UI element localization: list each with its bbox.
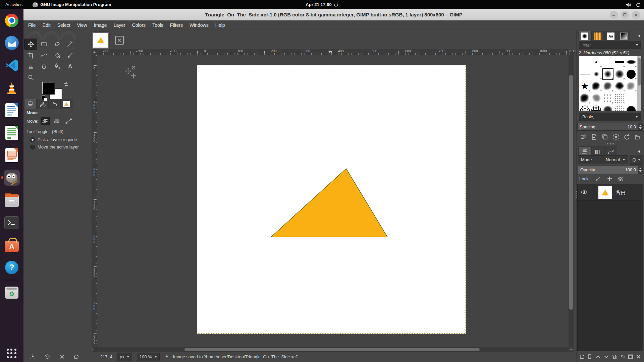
brush-cell-texture3[interactable] <box>625 104 637 111</box>
dock-item-files[interactable] <box>4 192 20 208</box>
dock-item-vscode[interactable] <box>4 57 20 73</box>
reset-tool-icon[interactable] <box>73 354 79 360</box>
collapse-brushes-button[interactable] <box>636 33 642 39</box>
brush-cell-texture2[interactable] <box>614 104 626 111</box>
delete-preset-icon[interactable] <box>59 354 65 360</box>
vertical-scrollbar[interactable] <box>569 55 574 347</box>
tool-zoom[interactable] <box>24 72 37 83</box>
lock-position-icon[interactable] <box>607 176 612 181</box>
tool-fuzzy-select[interactable] <box>63 39 76 50</box>
duplicate-layer-icon[interactable] <box>611 354 617 360</box>
dock-item-libreoffice-impress[interactable] <box>4 147 20 163</box>
move-path-button[interactable] <box>64 117 73 125</box>
menu-layer[interactable]: Layer <box>110 20 129 30</box>
dock-item-thunderbird[interactable] <box>4 35 20 51</box>
menu-windows[interactable]: Windows <box>186 20 212 30</box>
brush-cell-star[interactable]: ★ <box>579 80 591 92</box>
brush-cell-hardness075[interactable] <box>614 68 626 80</box>
brush-cell-confetti2[interactable] <box>614 92 626 104</box>
menu-help[interactable]: Help <box>212 20 228 30</box>
brush-cell-line[interactable] <box>579 68 591 80</box>
menu-select[interactable]: Select <box>54 20 74 30</box>
dock-item-ubuntu-software[interactable]: A <box>4 237 20 253</box>
opacity-slider[interactable]: Opacity 100.0 <box>578 166 643 174</box>
horizontal-ruler[interactable]: -300 -200 -100 0 100 200 300 400 500 600… <box>97 49 574 55</box>
brush-filter-field[interactable] <box>579 41 641 49</box>
tool-smudge[interactable] <box>37 61 50 72</box>
focused-app-menu[interactable]: GNU Image Manipulation Program <box>33 2 111 7</box>
delete-brush-icon[interactable] <box>613 134 619 140</box>
brush-category-dropdown[interactable]: Basic, <box>579 113 641 121</box>
brush-cell-hardness050-selected[interactable] <box>602 68 614 80</box>
tab-patterns[interactable] <box>591 31 604 41</box>
swap-colors-icon[interactable] <box>63 81 69 87</box>
tab-brushes[interactable] <box>578 31 591 41</box>
dock-item-gimp[interactable] <box>4 170 20 186</box>
new-layer-group-icon[interactable] <box>587 354 593 360</box>
brush-cell-cell01[interactable] <box>579 104 591 111</box>
tab-image-thumbnail[interactable] <box>60 99 72 109</box>
new-brush-icon[interactable] <box>591 134 597 140</box>
dock-item-help[interactable]: ? <box>4 259 20 276</box>
tool-crop[interactable] <box>24 50 37 61</box>
canvas-viewport[interactable] <box>97 55 569 347</box>
open-brush-icon[interactable] <box>634 134 641 140</box>
opacity-spinner[interactable] <box>638 166 643 174</box>
brush-cell-acrylic1[interactable] <box>591 80 602 92</box>
right-panel-grip[interactable] <box>575 190 577 199</box>
move-layer-button[interactable] <box>41 117 50 125</box>
brush-cell-acrylic2[interactable] <box>602 80 614 92</box>
menu-image[interactable]: Image <box>91 20 110 30</box>
tab-tool-options[interactable] <box>24 99 36 109</box>
ruler-corner-button[interactable] <box>92 49 97 55</box>
brush-cell-ellipse[interactable] <box>625 56 637 68</box>
unit-dropdown[interactable]: px <box>117 353 132 361</box>
dock-item-vlc[interactable] <box>4 80 20 96</box>
radio-move-active-layer[interactable]: Move the active layer <box>30 144 79 149</box>
vertical-scrollbar-thumb[interactable] <box>569 75 573 310</box>
show-applications-button[interactable] <box>7 349 17 359</box>
tool-text[interactable]: A <box>63 61 76 72</box>
brush-cell-hardness025[interactable] <box>591 68 602 80</box>
menu-tools[interactable]: Tools <box>149 20 167 30</box>
move-selection-button[interactable] <box>52 117 62 125</box>
menu-file[interactable]: File <box>25 20 39 30</box>
foreground-color-swatch[interactable] <box>42 82 54 94</box>
layer-row[interactable]: 背景 <box>578 184 643 201</box>
merge-layer-icon[interactable] <box>620 354 625 360</box>
delete-layer-icon[interactable] <box>636 354 641 360</box>
image-canvas[interactable] <box>197 65 466 334</box>
brush-cell-pixel[interactable] <box>591 56 602 68</box>
lock-pixels-icon[interactable] <box>595 176 601 181</box>
brush-scrollbar-thumb[interactable] <box>638 58 641 85</box>
clock-menu[interactable]: Apr 21 17:00 <box>306 2 338 7</box>
menu-filters[interactable]: Filters <box>167 20 186 30</box>
dashboard-tab-icon[interactable] <box>115 36 124 45</box>
brush-cell[interactable] <box>579 56 591 68</box>
lock-alpha-icon[interactable] <box>618 177 623 181</box>
tool-warp-transform[interactable] <box>37 50 50 61</box>
quick-mask-toggle[interactable] <box>92 347 97 352</box>
brush-cell-cell02[interactable] <box>591 104 602 111</box>
tab-fonts[interactable]: Aa <box>604 31 617 41</box>
window-titlebar[interactable]: Triangle_On_The_Side.xcf-1.0 (RGB color … <box>23 9 644 20</box>
spacing-spinner[interactable] <box>638 123 643 130</box>
menu-edit[interactable]: Edit <box>39 20 54 30</box>
refresh-brushes-icon[interactable] <box>624 134 630 140</box>
brush-cell-chalk[interactable] <box>579 92 591 104</box>
lower-layer-icon[interactable] <box>603 354 609 360</box>
horizontal-scrollbar[interactable] <box>97 347 569 352</box>
restore-preset-icon[interactable] <box>44 354 50 360</box>
brush-cell-acrylic3[interactable] <box>614 80 626 92</box>
tool-paintbrush[interactable] <box>63 50 76 61</box>
layer-mask-icon[interactable] <box>628 354 633 360</box>
horizontal-scrollbar-thumb[interactable] <box>184 348 480 351</box>
radio-pick-layer[interactable]: Pick a layer or guide <box>30 137 77 142</box>
panel-splitter-grip[interactable] <box>607 143 614 144</box>
raise-layer-icon[interactable] <box>595 354 601 360</box>
dock-item-libreoffice-calc[interactable] <box>4 125 20 141</box>
tool-clone[interactable] <box>24 61 37 72</box>
tool-free-select[interactable] <box>50 39 63 50</box>
minimize-button[interactable] <box>610 11 618 19</box>
brush-cell-acrylic4[interactable] <box>625 80 637 92</box>
